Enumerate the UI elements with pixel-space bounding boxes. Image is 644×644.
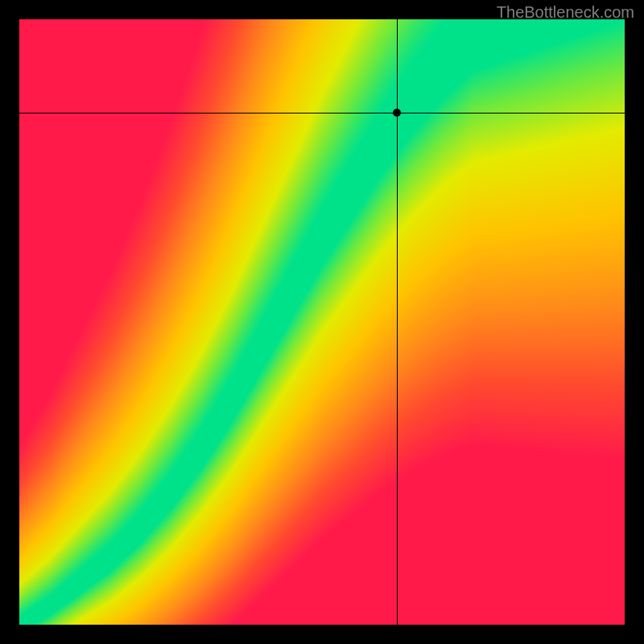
crosshair-horizontal <box>19 113 625 114</box>
heatmap-canvas <box>19 19 625 625</box>
selection-marker <box>393 109 401 117</box>
heatmap-plot <box>19 19 625 625</box>
watermark-text: TheBottleneck.com <box>497 3 634 22</box>
